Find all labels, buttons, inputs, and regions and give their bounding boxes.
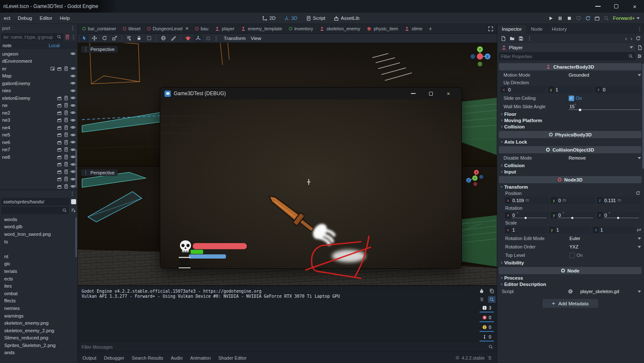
scene-tab[interactable]: bar_container (80, 25, 119, 32)
bottom-panel-tab[interactable]: Search Results (132, 355, 163, 360)
scene-tree-item[interactable]: ne3 (0, 117, 77, 124)
axis-gizmo[interactable]: X Z Y (465, 167, 485, 187)
visibility-eye-icon[interactable] (70, 95, 76, 101)
scene-tree-item[interactable]: ne5 (0, 131, 77, 139)
file-list-item[interactable]: gic (0, 260, 77, 268)
errors-filter-badge[interactable]: 0 (480, 314, 494, 322)
rotation-order-dropdown[interactable]: YXZ (570, 244, 642, 249)
clapper-icon[interactable] (57, 176, 62, 182)
filesystem-search-input[interactable] (1, 207, 69, 214)
menu-editor[interactable]: Editor (36, 16, 56, 21)
y-field[interactable]: y1 (549, 226, 591, 234)
bottom-panel-tab[interactable]: Audio (171, 355, 183, 360)
toggle-panel-icon[interactable] (487, 355, 492, 360)
slider-handle[interactable] (525, 217, 527, 219)
maximize-button[interactable] (607, 0, 625, 13)
gizmo-toggle-button[interactable] (193, 35, 202, 42)
version-label[interactable]: 4.2.2.stable (462, 355, 485, 360)
viewport-menu-chip[interactable]: ⋮ Perspective (81, 169, 118, 176)
move-tool-button[interactable] (90, 35, 99, 42)
file-list-item[interactable]: warnings (0, 312, 77, 320)
scene-tab[interactable]: player (212, 25, 237, 32)
x-field[interactable]: x1 (504, 226, 547, 234)
renderer-selector[interactable]: Forward+ (613, 16, 640, 21)
tab-inspector[interactable]: Inspector (497, 25, 526, 33)
pause-button[interactable] (557, 16, 563, 21)
visibility-eye-icon[interactable] (70, 73, 76, 79)
tree-options-icon[interactable]: ⋮ (71, 35, 76, 40)
maximize-button[interactable] (422, 88, 440, 99)
fold-editor-description[interactable]: ›Editor Description (498, 281, 642, 287)
bottom-panel-tab[interactable]: Debugger (104, 355, 124, 360)
filter-properties-input[interactable]: Filter Properties (499, 52, 635, 60)
script-icon[interactable] (64, 103, 69, 108)
file-list-item[interactable]: word_Iron_sword.png (0, 230, 77, 238)
select-tool-button[interactable] (80, 35, 89, 42)
file-list-item[interactable]: Sprites_Skeleton_2.png (0, 342, 77, 349)
fold-moving-platform[interactable]: ›Moving Platform (498, 117, 642, 123)
tab-history[interactable]: History (547, 25, 572, 33)
resource-options-icon[interactable]: ⋮ (527, 36, 532, 41)
fold-axis-lock[interactable]: ›Axis Lock (498, 139, 642, 145)
scene-tab[interactable]: physic_item (364, 25, 401, 32)
x-field[interactable]: x0.109m (504, 197, 549, 204)
clapper-icon[interactable] (57, 184, 62, 189)
x-field[interactable]: x0° (504, 211, 549, 219)
scene-tab[interactable]: skeleton_enemy (317, 25, 363, 32)
script-icon[interactable] (64, 66, 69, 71)
close-button[interactable]: × (625, 0, 644, 13)
clapper-icon[interactable] (57, 66, 62, 71)
workspace-3d-button[interactable]: 3D (281, 13, 301, 23)
fold-collision[interactable]: ›Collision (498, 123, 642, 130)
clapper-icon[interactable] (57, 125, 62, 130)
history-list-button[interactable] (636, 36, 641, 41)
scene-filter-input[interactable]: ter: name, t:type, g:group (1, 33, 64, 41)
fold-visibility[interactable]: ›Visibility (498, 259, 642, 266)
fold-process[interactable]: ›Process (498, 275, 642, 281)
link-scale-icon[interactable] (636, 227, 641, 232)
clapper-icon[interactable] (57, 140, 62, 145)
filesystem-options-icon[interactable]: ⋮ (70, 191, 75, 196)
scene-tab[interactable]: tileset (120, 25, 143, 32)
script-icon[interactable] (64, 155, 69, 160)
visibility-eye-icon[interactable] (70, 139, 76, 145)
y-field[interactable]: y0m (550, 197, 595, 204)
script-dropdown[interactable]: player_skeleton.gd (568, 289, 642, 294)
script-icon[interactable] (64, 162, 69, 167)
mesh-overlay-button[interactable] (183, 35, 192, 42)
bottom-panel-tab[interactable]: Animation (190, 355, 211, 360)
scene-tree-scrollbar[interactable] (75, 149, 77, 187)
scene-tree-item[interactable]: ne2 (0, 109, 77, 117)
script-icon[interactable] (64, 176, 69, 182)
scene-tree-item[interactable]: ne7 (0, 146, 77, 154)
save-resource-button[interactable] (518, 36, 524, 41)
viewport-menu-chip[interactable]: ⋮ Perspective (81, 46, 118, 53)
slider-handle[interactable] (579, 109, 581, 111)
tab-node[interactable]: Node (526, 25, 547, 33)
file-list-item[interactable]: word.glb (0, 223, 77, 231)
fold-floor[interactable]: ›Floor (498, 111, 642, 117)
visibility-eye-icon[interactable] (70, 125, 76, 130)
checkbox-checked[interactable]: ✓ (569, 96, 574, 101)
disable-mode-dropdown[interactable]: Remove (569, 155, 642, 160)
info-filter-badge[interactable]: 0 (480, 334, 494, 342)
scene-tab[interactable]: inventory (286, 25, 316, 32)
scene-tree-item[interactable]: ungeon (0, 50, 77, 58)
z-field[interactable]: z0° (596, 211, 641, 219)
clapper-icon[interactable] (57, 110, 62, 115)
script-icon[interactable] (64, 169, 69, 174)
slider-handle[interactable] (617, 217, 619, 219)
minimize-button[interactable] (588, 0, 607, 13)
file-list-item[interactable]: skeleton_enemy.png (0, 319, 77, 327)
category-node3d[interactable]: Node3D (499, 176, 641, 183)
scene-tree-item[interactable] (0, 183, 77, 190)
scene-tree-item[interactable]: ne4 (0, 124, 77, 131)
visibility-eye-icon[interactable] (70, 103, 76, 108)
scene-tree-item[interactable]: nies (0, 87, 77, 95)
bottom-panel-tab[interactable]: Output (82, 355, 96, 360)
dock-options-icon[interactable]: ⋮ (70, 26, 75, 31)
disabled-overlay-button[interactable] (204, 35, 212, 42)
file-list-item[interactable]: ands (0, 349, 77, 357)
close-tab-icon[interactable]: × (186, 26, 188, 32)
expand-viewport-icon[interactable] (488, 26, 493, 32)
